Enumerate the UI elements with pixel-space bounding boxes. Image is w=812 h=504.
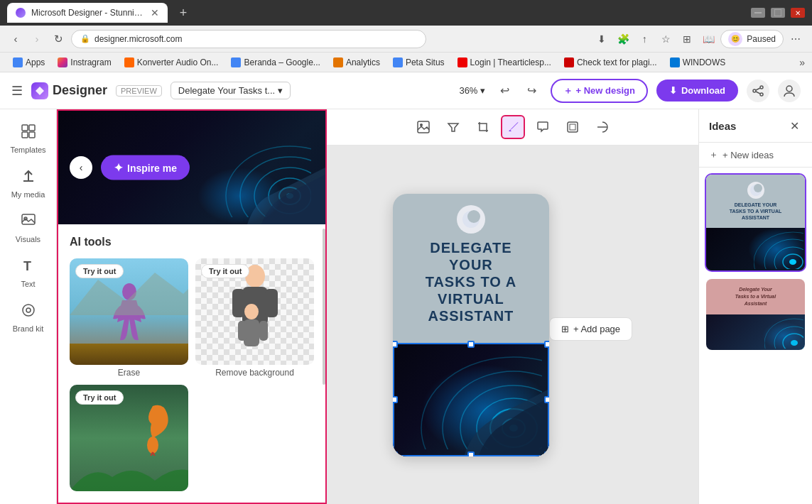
svg-rect-9 bbox=[29, 125, 35, 131]
address-bar[interactable]: 🔒 designer.microsoft.com bbox=[71, 30, 426, 48]
draw-tool-button[interactable] bbox=[501, 115, 525, 139]
new-ideas-button[interactable]: ＋ + New ideas bbox=[699, 143, 812, 168]
download-nav-icon[interactable]: ⬇ bbox=[592, 30, 611, 48]
redo-button[interactable]: ↪ bbox=[521, 80, 542, 102]
zoom-selector[interactable]: 36% ▾ bbox=[459, 85, 485, 96]
new-design-button[interactable]: ＋ + New design bbox=[551, 79, 647, 103]
inspire-me-button[interactable]: ✦ Inspire me bbox=[101, 155, 190, 180]
svg-rect-11 bbox=[29, 132, 35, 138]
removebg-try-button[interactable]: Try it out bbox=[201, 264, 249, 278]
minimize-button[interactable] bbox=[751, 8, 765, 18]
card-top-section: DELEGATE YOUR TASKS TO A VIRTUAL ASSISTA… bbox=[393, 194, 549, 343]
bookmark-konverter-label: Konverter Audio On... bbox=[137, 57, 219, 67]
paused-button[interactable]: 😊 Paused bbox=[720, 30, 784, 48]
close-ideas-panel-button[interactable]: ✕ bbox=[786, 118, 802, 133]
add-page-button[interactable]: ⊞ + Add page bbox=[549, 317, 632, 341]
bookmarks-more-button[interactable]: » bbox=[799, 57, 805, 68]
removebg-try-label: Try it out bbox=[209, 267, 242, 275]
ai-tool-third[interactable]: Try it out bbox=[70, 385, 188, 494]
erase-try-button[interactable]: Try it out bbox=[75, 264, 124, 278]
svg-point-4 bbox=[760, 93, 763, 96]
adjust-tool-button[interactable] bbox=[590, 115, 615, 139]
panel-scrollbar[interactable] bbox=[321, 111, 325, 503]
sparkle-icon: ✦ bbox=[114, 161, 123, 175]
svg-rect-0 bbox=[754, 12, 762, 13]
close-button[interactable]: ✕ bbox=[791, 8, 805, 18]
canvas-toolbar bbox=[327, 109, 698, 146]
erase-card[interactable]: Try it out bbox=[70, 258, 188, 365]
bookmark-peta[interactable]: Peta Situs bbox=[387, 56, 450, 69]
new-tab-button[interactable]: + bbox=[173, 3, 193, 23]
sidebar-item-visuals[interactable]: Visuals bbox=[3, 207, 54, 249]
share-nav-icon[interactable]: ↑ bbox=[635, 30, 654, 48]
idea-card-1[interactable]: DELEGATE YOURTASKS TO A VIRTUALASSISTANT bbox=[705, 173, 806, 272]
svg-rect-32 bbox=[259, 321, 268, 341]
third-tool-try-button[interactable]: Try it out bbox=[75, 390, 124, 405]
bookmark-instagram[interactable]: Instragram bbox=[52, 56, 117, 69]
filter-tool-button[interactable] bbox=[441, 115, 465, 139]
profile-button[interactable] bbox=[778, 80, 801, 102]
card-title-line2: TASKS TO A VIRTUAL bbox=[411, 273, 531, 307]
brand-kit-icon bbox=[21, 302, 36, 322]
zoom-chevron-icon: ▾ bbox=[480, 85, 485, 96]
bookmark-check[interactable]: Check text for plagi... bbox=[558, 56, 663, 69]
ai-tool-removebg[interactable]: Try it out Remove background bbox=[195, 258, 314, 378]
svg-rect-8 bbox=[22, 125, 28, 131]
star-icon[interactable]: ☆ bbox=[656, 30, 675, 48]
tab-close-btn[interactable]: ✕ bbox=[151, 7, 159, 18]
visuals-label: Visuals bbox=[16, 235, 40, 243]
new-design-plus-icon: ＋ bbox=[563, 84, 573, 97]
paused-label: Paused bbox=[747, 34, 776, 44]
brand-kit-label: Brand kit bbox=[13, 324, 43, 333]
bookmark-analytics[interactable]: Analytics bbox=[327, 56, 386, 69]
bookmark-konverter[interactable]: Konverter Audio On... bbox=[119, 56, 224, 69]
bookmark-apps[interactable]: Apps bbox=[7, 56, 50, 69]
removebg-card[interactable]: Try it out bbox=[195, 258, 314, 365]
extensions-icon[interactable]: 🧩 bbox=[614, 30, 632, 48]
ai-tools-section: AI tools bbox=[58, 224, 325, 503]
svg-line-6 bbox=[756, 92, 760, 94]
sidebar-item-text[interactable]: T Text bbox=[3, 252, 54, 294]
bookmark-beranda[interactable]: Beranda – Google... bbox=[225, 56, 325, 69]
download-button[interactable]: ⬇ Download bbox=[656, 80, 738, 102]
card-moon-icon bbox=[457, 205, 485, 234]
svg-point-16 bbox=[23, 305, 34, 316]
design-card[interactable]: DELEGATE YOUR TASKS TO A VIRTUAL ASSISTA… bbox=[393, 194, 549, 456]
active-tab[interactable]: Microsoft Designer - Stunning d ✕ bbox=[7, 3, 168, 23]
card-title-line3: ASSISTANT bbox=[411, 307, 531, 324]
reload-button[interactable]: ↻ bbox=[50, 31, 67, 48]
back-button[interactable]: ‹ bbox=[7, 31, 24, 48]
sidebar-item-brandkit[interactable]: Brand kit bbox=[3, 297, 54, 339]
more-options-icon[interactable]: ⋯ bbox=[786, 30, 805, 48]
inspire-prev-button[interactable]: ‹ bbox=[70, 156, 92, 179]
sidebar-item-templates[interactable]: Templates bbox=[3, 118, 54, 160]
text-label: Text bbox=[21, 280, 35, 288]
close-icon: ✕ bbox=[790, 119, 799, 133]
inspire-background bbox=[58, 111, 325, 224]
svg-point-59 bbox=[791, 340, 798, 346]
bookmark-instagram-label: Instragram bbox=[70, 57, 111, 67]
image-tool-button[interactable] bbox=[411, 115, 435, 139]
extensions2-icon[interactable]: ⊞ bbox=[678, 30, 696, 48]
card-image-area[interactable]: ↻ bbox=[393, 343, 549, 456]
reading-mode-icon[interactable]: 📖 bbox=[699, 30, 718, 48]
design-name-dropdown[interactable]: Delegate Your Tasks t... ▾ bbox=[170, 82, 291, 99]
hamburger-menu[interactable]: ☰ bbox=[11, 83, 23, 99]
frame-tool-button[interactable] bbox=[561, 115, 585, 139]
bookmark-windows[interactable]: WINDOWS bbox=[664, 56, 732, 69]
erase-try-label: Try it out bbox=[83, 267, 116, 275]
sidebar-item-media[interactable]: My media bbox=[3, 163, 54, 204]
undo-button[interactable]: ↩ bbox=[494, 80, 515, 102]
ideas-panel-title: Ideas bbox=[709, 120, 736, 132]
share-button[interactable] bbox=[747, 80, 769, 102]
maximize-button[interactable] bbox=[771, 8, 785, 18]
svg-rect-39 bbox=[570, 124, 575, 130]
bird-card[interactable]: Try it out bbox=[70, 385, 188, 491]
idea-card-2[interactable]: Delegate YourTasks to a VirtualAssistant bbox=[705, 278, 806, 351]
ai-tool-erase[interactable]: Try it out Erase bbox=[70, 258, 188, 378]
download-label: Download bbox=[681, 85, 725, 96]
speech-tool-button[interactable] bbox=[531, 115, 555, 139]
crop-tool-button[interactable] bbox=[471, 115, 495, 139]
forward-button[interactable]: › bbox=[28, 31, 45, 48]
bookmark-login[interactable]: Login | Thearticlesp... bbox=[452, 56, 557, 69]
